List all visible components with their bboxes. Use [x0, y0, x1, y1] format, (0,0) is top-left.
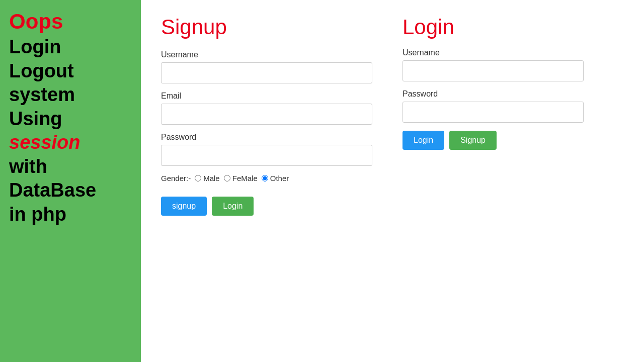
login-username-group: Username	[403, 48, 584, 81]
gender-male-radio[interactable]	[195, 175, 201, 182]
signup-username-label: Username	[161, 50, 372, 59]
sidebar-item-login: Login	[9, 35, 132, 59]
signup-email-label: Email	[161, 92, 372, 101]
gender-female-radio[interactable]	[224, 175, 230, 182]
sidebar: Oops Login Logout system Using session w…	[0, 0, 141, 362]
login-title: Login	[403, 15, 584, 39]
signup-btn-row: signup Login	[161, 197, 372, 216]
login-password-label: Password	[403, 89, 584, 99]
signup-title: Signup	[161, 15, 372, 39]
sidebar-title: Oops	[9, 10, 132, 33]
login-btn-row: Login Signup	[403, 131, 584, 150]
signup-password-input[interactable]	[161, 145, 372, 166]
gender-male-label[interactable]: Male	[195, 174, 220, 183]
login-username-label: Username	[403, 48, 584, 57]
login-password-input[interactable]	[403, 102, 584, 123]
signup-username-group: Username	[161, 50, 372, 83]
gender-female-label[interactable]: FeMale	[224, 174, 258, 183]
sidebar-item-with: with	[9, 155, 132, 179]
login-section: Login Username Password Login Signup	[403, 15, 584, 347]
signup-gender-group: Gender:- Male FeMale Other	[161, 174, 372, 183]
gender-label: Gender:-	[161, 174, 191, 183]
signup-username-input[interactable]	[161, 62, 372, 83]
signup-password-group: Password	[161, 133, 372, 166]
signup-email-input[interactable]	[161, 104, 372, 125]
sidebar-item-database: DataBase	[9, 178, 132, 203]
sidebar-item-system: system	[9, 83, 132, 107]
login-username-input[interactable]	[403, 60, 584, 81]
sidebar-item-using: Using	[9, 107, 132, 131]
signup-password-label: Password	[161, 133, 372, 142]
signup-section: Signup Username Email Password Gender:- …	[161, 15, 372, 347]
login-signup-button[interactable]: Signup	[449, 131, 497, 150]
sidebar-item-inphp: in php	[9, 203, 132, 227]
signup-email-group: Email	[161, 92, 372, 125]
gender-other-label[interactable]: Other	[262, 174, 289, 183]
gender-other-radio[interactable]	[262, 175, 268, 182]
sidebar-item-logout: Logout	[9, 59, 132, 83]
signup-button[interactable]: signup	[161, 197, 207, 216]
main-content: Signup Username Email Password Gender:- …	[141, 0, 644, 362]
login-password-group: Password	[403, 89, 584, 123]
signup-login-button[interactable]: Login	[212, 197, 254, 216]
login-button[interactable]: Login	[403, 131, 444, 150]
sidebar-item-session: session	[9, 131, 132, 155]
